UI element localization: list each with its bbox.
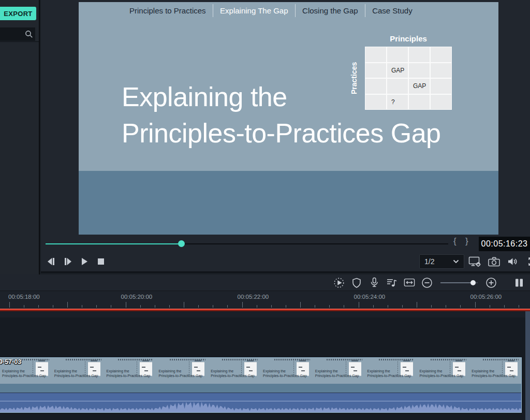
clip-thumbnail: Explaining thePrinciples-to-Practices Ga… xyxy=(417,358,469,393)
tab-separator xyxy=(365,4,366,17)
timeline-clip[interactable]: Explaining thePrinciples-to-Practices Ga… xyxy=(0,357,522,413)
zoom-out-button[interactable] xyxy=(421,274,433,291)
step-forward-frame-button[interactable] xyxy=(62,255,73,268)
preview-option-buttons xyxy=(468,255,530,268)
ruler-tick xyxy=(38,305,39,308)
music-notes-icon xyxy=(386,278,398,287)
matrix-cell xyxy=(409,47,430,62)
page-indicator-dropdown[interactable]: 1/2 xyxy=(419,254,464,269)
ruler-tick xyxy=(82,305,82,308)
thumbnail-caption: Explaining thePrinciples-to-Practices Ga… xyxy=(472,369,516,378)
seek-knob[interactable] xyxy=(178,240,185,247)
ruler-tick xyxy=(519,305,519,308)
ruler-timestamp: 00:05:26:00 xyxy=(470,294,502,300)
stop-button[interactable] xyxy=(95,255,107,268)
matrix-row-header: Practices xyxy=(350,47,360,110)
matrix-cell xyxy=(431,79,451,94)
slide-tab: Principles to Practices xyxy=(129,6,213,15)
zoom-in-button[interactable] xyxy=(485,274,497,291)
marker-button[interactable] xyxy=(351,274,362,291)
clip-thumbnail: Explaining thePrinciples-to-Practices Ga… xyxy=(209,358,261,393)
fullscreen-icon xyxy=(527,256,530,267)
seek-bar-progress xyxy=(46,243,181,244)
stop-icon xyxy=(96,257,106,266)
ruler-tick xyxy=(198,305,199,308)
ruler-tick xyxy=(227,305,228,308)
ruler-tick xyxy=(417,302,417,308)
step-back-frame-button[interactable] xyxy=(46,255,57,268)
ruler-tick xyxy=(344,305,344,308)
panel-columns-icon xyxy=(514,278,524,288)
ruler-tick xyxy=(9,302,10,308)
display-settings-button[interactable] xyxy=(468,255,482,268)
volume-button[interactable] xyxy=(507,255,520,268)
matrix-table: GAPGAP? xyxy=(365,47,452,110)
thumbnail-caption: Explaining thePrinciples-to-Practices Ga… xyxy=(419,369,463,378)
mark-out-brace-button[interactable]: } xyxy=(465,236,468,247)
step-forward-frame-icon xyxy=(63,257,73,266)
ruler-tick xyxy=(126,302,126,308)
thumbnail-caption: Explaining thePrinciples-to-Practices Ga… xyxy=(54,369,98,378)
screenshot-camera-button[interactable] xyxy=(488,255,501,268)
seek-bar[interactable] xyxy=(46,241,448,246)
search-input[interactable] xyxy=(0,27,35,41)
search-icon xyxy=(25,30,33,38)
clip-thumbnail-strip: Explaining thePrinciples-to-Practices Ga… xyxy=(0,358,521,393)
ruler-tick xyxy=(155,305,155,308)
ruler-timestamp: 00:05:20:00 xyxy=(121,294,153,300)
slide-title-line2: Principles-to-Practices Gap xyxy=(122,115,441,151)
matrix-cell xyxy=(431,95,451,110)
clip-thumbnail: Explaining thePrinciples-to-Practices Ga… xyxy=(313,358,365,393)
tab-separator xyxy=(295,4,296,17)
ruler-tick xyxy=(184,302,184,308)
zoom-slider[interactable] xyxy=(440,282,478,283)
ruler-tick xyxy=(257,305,257,308)
play-icon xyxy=(79,257,90,266)
clip-audio-track xyxy=(0,393,521,412)
ruler-tick xyxy=(111,305,111,308)
zoom-out-icon xyxy=(421,277,433,288)
ruler-tick xyxy=(67,302,68,308)
ruler-timestamp: 00:05:22:00 xyxy=(238,294,269,300)
play-button[interactable] xyxy=(79,255,90,268)
timeline-vertical-scrollbar[interactable] xyxy=(525,311,530,420)
export-button[interactable]: EXPORT xyxy=(0,7,36,20)
timecode-display[interactable]: 00:05:16:23 xyxy=(479,237,530,251)
animation-play-button[interactable] xyxy=(333,274,345,291)
audio-effects-button[interactable] xyxy=(386,274,398,291)
slide-canvas[interactable]: Principles to PracticesExplaining The Ga… xyxy=(79,2,498,235)
mark-in-brace-button[interactable]: { xyxy=(453,236,457,247)
ruler-tick xyxy=(431,305,432,308)
voice-narration-button[interactable] xyxy=(369,274,380,291)
timeline-ruler[interactable]: 00:05:18:0000:05:20:0000:05:22:0000:05:2… xyxy=(0,292,530,311)
matrix-cell xyxy=(409,95,430,110)
ruler-tick xyxy=(475,302,476,308)
clip-video-track: Explaining thePrinciples-to-Practices Ga… xyxy=(0,358,521,393)
fullscreen-button[interactable] xyxy=(526,255,530,268)
panel-layout-button[interactable] xyxy=(513,274,525,291)
application-window: EXPORT Principles to PracticesExplaining… xyxy=(0,0,530,420)
thumbnail-caption: Explaining thePrinciples-to-Practices Ga… xyxy=(107,369,151,378)
ruler-tick xyxy=(53,305,53,308)
zoom-slider-knob[interactable] xyxy=(470,280,476,285)
ruler-tick xyxy=(388,305,388,308)
clip-thumbnail: Explaining thePrinciples-to-Practices Ga… xyxy=(365,358,418,393)
step-back-frame-icon xyxy=(46,257,56,266)
timeline-toolbar xyxy=(0,274,530,291)
chevron-down-icon xyxy=(453,259,459,264)
ruler-tick xyxy=(300,302,301,308)
ruler-tick xyxy=(24,305,24,308)
ruler-tick xyxy=(242,302,243,308)
matrix-cell xyxy=(387,47,408,62)
ruler-tick xyxy=(359,302,359,308)
ruler-tick xyxy=(169,305,170,308)
matrix-cell xyxy=(431,63,451,78)
fit-timeline-button[interactable] xyxy=(404,274,415,291)
slide-tab: Case Study xyxy=(365,6,419,15)
dashed-circle-play-icon xyxy=(333,277,345,289)
slide-bottom-band xyxy=(79,171,498,235)
zoom-in-icon xyxy=(485,277,497,288)
matrix-cell xyxy=(431,47,451,62)
matrix-cell xyxy=(409,63,430,78)
ruler-tick xyxy=(490,305,490,308)
